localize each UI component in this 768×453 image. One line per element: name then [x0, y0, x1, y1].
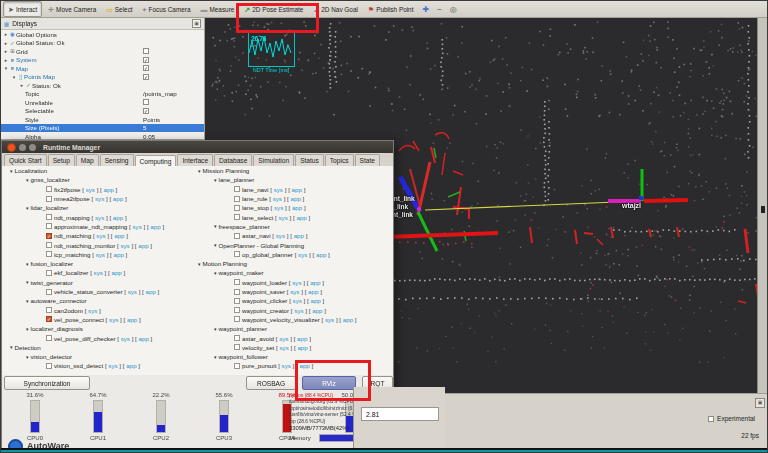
sys-link[interactable]: sys	[279, 335, 288, 342]
display-checkbox[interactable]	[143, 48, 149, 54]
tree-leaf-lane-rule[interactable]: lane_rule [ sys ] [ app ]	[234, 194, 304, 203]
sys-link[interactable]: sys	[280, 344, 289, 351]
tree-leaf-waypoint-velocity-visualizer[interactable]: waypoint_velocity_visualizer [ sys ] [ a…	[234, 315, 357, 324]
collapse-arrow-icon[interactable]: ▾	[26, 177, 29, 183]
experimental-checkbox[interactable]	[708, 416, 714, 422]
tab-sensing[interactable]: Sensing	[100, 154, 134, 166]
add-tool-icon[interactable]: ✚	[419, 5, 432, 14]
app-link[interactable]: app	[127, 316, 137, 323]
app-link[interactable]: app	[297, 344, 307, 351]
app-link[interactable]: app	[294, 232, 304, 239]
tab-topics[interactable]: Topics	[325, 154, 354, 166]
tree-leaf-waypoint-loader[interactable]: waypoint_loader [ sys ] [ app ]	[234, 278, 324, 287]
maximize-window-icon[interactable]	[29, 144, 36, 151]
sys-link[interactable]: sys	[278, 214, 287, 221]
node-checkbox[interactable]	[46, 186, 52, 192]
collapse-arrow-icon[interactable]: ▾	[214, 326, 217, 332]
tree-leaf-velocity-set[interactable]: velocity_set [ sys ] [ app ]	[234, 343, 311, 352]
tab-quick-start[interactable]: Quick Start	[4, 154, 47, 166]
display-checkbox[interactable]: ✓	[143, 57, 149, 63]
node-checkbox[interactable]: ✓	[46, 233, 52, 239]
tool-focus-camera[interactable]: ⌖Focus Camera	[139, 2, 195, 16]
node-checkbox[interactable]	[234, 344, 240, 350]
display-row-selectable[interactable]: Selectable✓	[1, 107, 204, 116]
tab-database[interactable]: Database	[214, 154, 252, 166]
sys-link[interactable]: sys	[132, 223, 141, 230]
tree-leaf-lane-select[interactable]: lane_select [ sys ] [ app ]	[234, 213, 310, 222]
tree-leaf-approximate-ndt-mapping[interactable]: approximate_ndt_mapping [ sys ] [ app ]	[46, 222, 164, 231]
tree-branch-motion-planning[interactable]: ▾Motion Planning	[198, 259, 247, 268]
tree-leaf-astar-navi[interactable]: astar_navi [ sys ] [ app ]	[234, 231, 307, 240]
collapse-arrow-icon[interactable]: ▾	[10, 344, 13, 350]
collapse-arrow-icon[interactable]: ▾	[26, 326, 29, 332]
app-link[interactable]: app	[291, 195, 301, 202]
display-checkbox[interactable]: ✓	[143, 65, 149, 71]
app-link[interactable]: app	[138, 242, 148, 249]
display-row-style[interactable]: StylePoints	[1, 115, 204, 124]
sys-link[interactable]: sys	[96, 232, 105, 239]
sys-link[interactable]: sys	[274, 204, 283, 211]
app-link[interactable]: app	[297, 335, 307, 342]
app-link[interactable]: app	[113, 195, 123, 202]
collapse-arrow-icon[interactable]: ▾	[26, 298, 29, 304]
app-link[interactable]: app	[316, 251, 326, 258]
tree-leaf-ndt-matching[interactable]: ✓ndt_matching [ sys ] [ app ]	[46, 231, 128, 240]
node-checkbox[interactable]	[234, 186, 240, 192]
app-link[interactable]: app	[299, 362, 309, 369]
node-checkbox[interactable]	[46, 289, 52, 295]
tree-branch-fusion-localizer[interactable]: ▾fusion_localizer	[26, 259, 73, 268]
tab-interface[interactable]: Interface	[177, 154, 213, 166]
sys-link[interactable]: sys	[95, 214, 104, 221]
collapse-arrow-icon[interactable]: ▾	[214, 354, 217, 360]
collapse-arrow-icon[interactable]: ▾	[198, 168, 201, 174]
tree-branch-openplanner-global-planning[interactable]: ▾OpenPlanner - Global Planning	[214, 240, 304, 249]
tree-branch-vision-detector[interactable]: ▾vision_detector	[26, 352, 72, 361]
app-link[interactable]: app	[113, 214, 123, 221]
node-checkbox[interactable]	[46, 270, 52, 276]
node-checkbox[interactable]: ✓	[46, 316, 52, 322]
tree-leaf-waypoint-clicker[interactable]: waypoint_clicker [ sys ] [ app ]	[234, 296, 324, 305]
tree-leaf-vel-pose-connect[interactable]: ✓vel_pose_connect [ sys ] [ app ]	[46, 315, 141, 324]
tool-interact[interactable]: ➤Interact	[3, 1, 42, 17]
rosbag-button[interactable]: ROSBAG	[246, 376, 296, 390]
tree-branch-freespace-planner[interactable]: ▾freespace_planner	[214, 222, 270, 231]
display-row-points-map[interactable]: ▾⣿Points Map✓	[1, 73, 204, 82]
app-link[interactable]: app	[139, 335, 149, 342]
tool-2d-nav-goal[interactable]: ↗2D Nav Goal	[309, 2, 361, 16]
display-row-topic[interactable]: Topic/points_map	[1, 90, 204, 99]
tab-map[interactable]: Map	[76, 154, 99, 166]
tree-leaf-waypoint-saver[interactable]: waypoint_saver [ sys ] [ app ]	[234, 287, 322, 296]
tree-leaf-fix2tfpose[interactable]: fix2tfpose [ sys ] [ app ]	[46, 185, 117, 194]
app-link[interactable]: app	[343, 316, 353, 323]
node-checkbox[interactable]	[234, 289, 240, 295]
node-checkbox[interactable]	[234, 307, 240, 313]
node-checkbox[interactable]	[46, 196, 52, 202]
sys-link[interactable]: sys	[273, 195, 282, 202]
app-link[interactable]: app	[111, 269, 121, 276]
display-checkbox[interactable]: ✓	[143, 108, 149, 114]
sys-link[interactable]: sys	[292, 279, 301, 286]
sys-link[interactable]: sys	[290, 288, 299, 295]
sys-link[interactable]: sys	[88, 307, 97, 314]
value-text[interactable]: 5	[143, 124, 146, 131]
tree-leaf-vehicle-status-converter[interactable]: vehicle_status_converter [ sys ] [ app ]	[46, 287, 159, 296]
tree-branch-mission-planning[interactable]: ▾Mission Planning	[198, 166, 249, 175]
tree-leaf-ekf-localizer[interactable]: ekf_localizer [ sys ] [ app ]	[46, 268, 125, 277]
time-value-field[interactable]: 2.81	[361, 407, 439, 421]
collapse-arrow-icon[interactable]: ▾	[26, 354, 29, 360]
node-checkbox[interactable]	[234, 214, 240, 220]
tree-branch-autoware-connector[interactable]: ▾autoware_connector	[26, 296, 87, 305]
sys-link[interactable]: sys	[276, 232, 285, 239]
tool-select[interactable]: ▭Select	[102, 2, 136, 16]
sys-link[interactable]: sys	[94, 269, 103, 276]
tree-branch-lidar-localizer[interactable]: ▾lidar_localizer	[26, 203, 68, 212]
app-link[interactable]: app	[310, 297, 320, 304]
tab-simulation[interactable]: Simulation	[253, 154, 294, 166]
app-link[interactable]: app	[292, 186, 302, 193]
display-row-grid[interactable]: ▸⊞Grid	[1, 47, 204, 56]
tree-leaf-ndt-mapping[interactable]: ndt_mapping [ sys ] [ app ]	[46, 213, 127, 222]
tree-branch-waypoint-maker[interactable]: ▾waypoint_maker	[214, 268, 264, 277]
sys-link[interactable]: sys	[294, 307, 303, 314]
collapse-arrow-icon[interactable]: ▾	[26, 279, 29, 285]
collapse-arrow-icon[interactable]: ▾	[26, 205, 29, 211]
